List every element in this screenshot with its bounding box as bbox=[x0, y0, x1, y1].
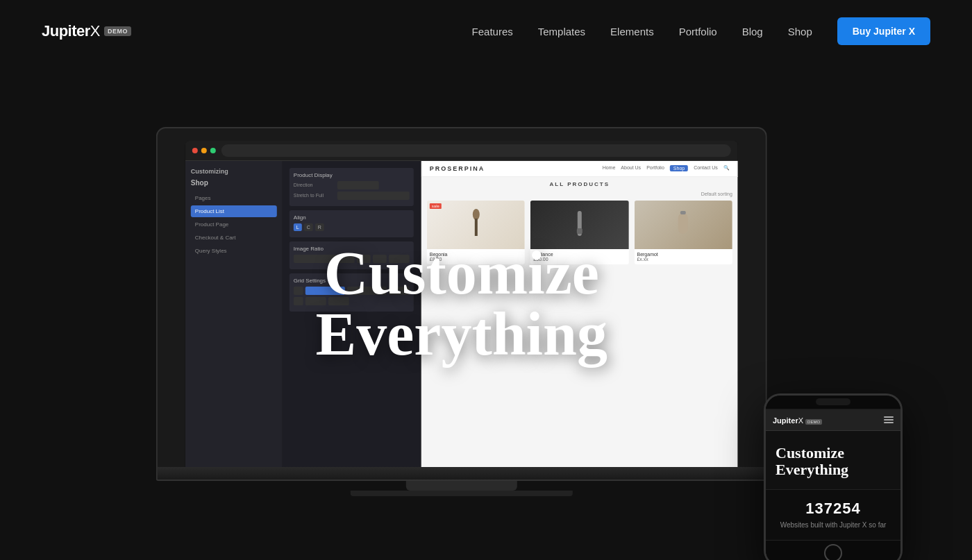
navbar: JupiterX DEMO Features Templates Element… bbox=[0, 0, 972, 62]
sidebar-query-styles: Query Styles bbox=[191, 245, 277, 257]
phone-home-button[interactable] bbox=[766, 540, 900, 560]
phone-stats: 137254 Websites built with Jupiter X so … bbox=[766, 489, 900, 540]
product-img-2 bbox=[634, 201, 732, 249]
sidebar-customizing: Customizing bbox=[191, 168, 277, 175]
panel-label-image: Image Ratio bbox=[294, 246, 410, 252]
shop-preview: PROSERPINA Home About Us Portfolio Shop … bbox=[421, 161, 738, 467]
products-grid: Begonia £8.00 sale bbox=[421, 201, 738, 264]
logo-x: X bbox=[90, 22, 100, 40]
grid-row-2 bbox=[294, 297, 410, 305]
svg-rect-3 bbox=[577, 228, 583, 234]
product-price-2: £x.xx bbox=[637, 257, 729, 262]
hamburger-menu[interactable] bbox=[884, 416, 894, 423]
nav-features[interactable]: Features bbox=[472, 26, 513, 37]
laptop-stand bbox=[406, 481, 517, 491]
product-name-2: Bergamot bbox=[637, 252, 729, 257]
phone-hero-text: Customize Everything bbox=[776, 445, 891, 478]
wp-sidebar: Customizing Shop Pages Product List Prod… bbox=[185, 161, 283, 467]
phone-logo-text: Jupiter bbox=[773, 416, 798, 425]
panel-label-align: Align bbox=[294, 214, 410, 221]
shop-nav-shop[interactable]: Shop bbox=[670, 165, 688, 171]
phone-heading-line1: Customize bbox=[776, 444, 844, 461]
shop-nav: Home About Us Portfolio Shop Contact Us … bbox=[603, 165, 730, 171]
shop-nav-home: Home bbox=[603, 165, 616, 171]
home-circle bbox=[824, 544, 842, 561]
sidebar-shop-label: Shop bbox=[191, 179, 277, 187]
shop-nav-contact: Contact Us bbox=[694, 165, 718, 171]
product-price-1: £30.00 bbox=[533, 257, 626, 262]
dot-green bbox=[210, 148, 216, 153]
dot-red bbox=[192, 148, 198, 153]
phone-inner: JupiterX DEMO Customize Everything bbox=[766, 409, 900, 560]
sale-badge-0: sale bbox=[430, 203, 442, 209]
laptop-screen: Customizing Shop Pages Product List Prod… bbox=[185, 141, 738, 467]
product-item-0: Begonia £8.00 sale bbox=[427, 201, 525, 264]
logo-text: JupiterX bbox=[42, 22, 100, 40]
hamburger-line-2 bbox=[884, 419, 894, 421]
product-item-1: Brilliance £30.00 bbox=[530, 201, 628, 264]
nav-portfolio[interactable]: Portfolio bbox=[679, 26, 717, 37]
laptop-foot bbox=[351, 491, 573, 496]
product-name-1: Brilliance bbox=[533, 252, 626, 257]
phone-notch-dot bbox=[816, 398, 850, 405]
nav-templates[interactable]: Templates bbox=[538, 26, 585, 37]
panel-row-2: Stretch to Full bbox=[294, 192, 410, 200]
mini-browser: Customizing Shop Pages Product List Prod… bbox=[185, 141, 738, 467]
hamburger-line-1 bbox=[884, 416, 894, 418]
phone-hero: Customize Everything bbox=[766, 431, 900, 489]
grid-row-1 bbox=[294, 287, 410, 295]
phone-demo-badge: DEMO bbox=[805, 419, 822, 425]
demo-badge: DEMO bbox=[104, 26, 131, 36]
phone-heading-line2: Everything bbox=[776, 461, 848, 478]
panel-group-alignment: Align L C R bbox=[290, 210, 414, 237]
panel-label-grid: Grid Settings bbox=[294, 278, 410, 284]
product-item-2: Bergamot £x.xx bbox=[634, 201, 732, 264]
image-ratio-row bbox=[294, 255, 410, 263]
buy-button[interactable]: Buy Jupiter X bbox=[837, 17, 930, 45]
product-img-0 bbox=[427, 201, 525, 249]
laptop-base bbox=[156, 467, 767, 481]
panel-group-1: Product Display Direction Stretch to Ful… bbox=[290, 168, 414, 206]
mini-nav-bar bbox=[185, 141, 738, 161]
phone-navbar: JupiterX DEMO bbox=[766, 409, 900, 431]
panel-group-grid: Grid Settings bbox=[290, 273, 414, 312]
laptop: Customizing Shop Pages Product List Prod… bbox=[156, 127, 767, 496]
phone-logo: JupiterX DEMO bbox=[773, 414, 822, 426]
svg-point-0 bbox=[472, 209, 479, 220]
sidebar-checkout: Checkout & Cart bbox=[191, 232, 277, 244]
laptop-device: Customizing Shop Pages Product List Prod… bbox=[156, 127, 767, 496]
window-dots bbox=[192, 148, 216, 153]
laptop-screen-outer: Customizing Shop Pages Product List Prod… bbox=[156, 127, 767, 467]
sort-label: Default sorting bbox=[421, 192, 738, 201]
panel-label-display: Product Display bbox=[294, 172, 410, 178]
nav-blog[interactable]: Blog bbox=[742, 26, 763, 37]
shop-nav-about: About Us bbox=[621, 165, 641, 171]
svg-rect-4 bbox=[678, 213, 688, 234]
logo: JupiterX DEMO bbox=[42, 22, 131, 40]
url-bar bbox=[221, 144, 731, 157]
align-row: L C R bbox=[294, 223, 410, 231]
svg-rect-1 bbox=[474, 219, 477, 236]
phone-device: JupiterX DEMO Customize Everything bbox=[764, 393, 903, 560]
nav-shop[interactable]: Shop bbox=[788, 26, 812, 37]
shop-logo: PROSERPINA bbox=[430, 165, 485, 172]
shop-header: PROSERPINA Home About Us Portfolio Shop … bbox=[421, 161, 738, 177]
nav-elements[interactable]: Elements bbox=[610, 26, 654, 37]
sidebar-pages: Pages bbox=[191, 192, 277, 204]
panel-group-image: Image Ratio bbox=[290, 241, 414, 269]
shop-search-icon[interactable]: 🔍 bbox=[723, 165, 730, 171]
phone: JupiterX DEMO Customize Everything bbox=[764, 393, 903, 560]
browser-content: Customizing Shop Pages Product List Prod… bbox=[185, 161, 738, 467]
panel-row-1: Direction bbox=[294, 181, 410, 189]
phone-logo-x: X bbox=[798, 416, 803, 425]
sidebar-product-list[interactable]: Product List bbox=[191, 205, 277, 217]
sidebar-product-page: Product Page bbox=[191, 219, 277, 230]
nav-links: Features Templates Elements Portfolio Bl… bbox=[472, 17, 930, 45]
hamburger-line-3 bbox=[884, 422, 894, 423]
shop-section-title: ALL PRODUCTS bbox=[421, 177, 738, 192]
product-img-1 bbox=[530, 201, 628, 249]
product-name-0: Begonia bbox=[430, 252, 522, 257]
svg-rect-5 bbox=[680, 211, 686, 214]
product-price-0: £8.00 bbox=[430, 257, 522, 262]
dot-yellow bbox=[201, 148, 207, 153]
